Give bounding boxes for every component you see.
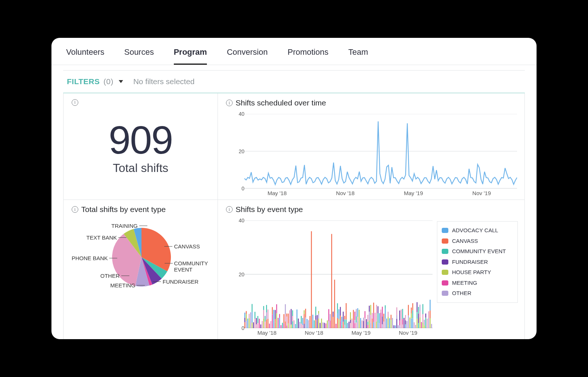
y-tick: 20 xyxy=(239,272,244,277)
svg-rect-129 xyxy=(338,309,339,319)
info-icon[interactable]: i xyxy=(72,206,78,213)
svg-rect-145 xyxy=(349,322,349,328)
svg-rect-93 xyxy=(308,320,309,328)
svg-rect-178 xyxy=(370,315,371,323)
svg-rect-158 xyxy=(356,309,356,316)
svg-rect-167 xyxy=(363,317,364,321)
legend-item[interactable]: FUNDRAISER xyxy=(442,257,513,268)
svg-rect-233 xyxy=(408,319,409,328)
svg-rect-104 xyxy=(317,315,318,321)
svg-rect-119 xyxy=(331,234,332,328)
svg-rect-51 xyxy=(276,313,277,320)
svg-rect-159 xyxy=(357,321,358,328)
svg-rect-80 xyxy=(297,309,297,318)
svg-rect-90 xyxy=(305,317,306,328)
card-total-shifts: i 909 Total shifts xyxy=(64,93,218,200)
svg-rect-130 xyxy=(340,321,341,328)
svg-rect-81 xyxy=(298,319,299,328)
svg-rect-223 xyxy=(401,317,401,328)
info-icon[interactable]: i xyxy=(226,206,233,213)
filters-dropdown[interactable]: FILTERS (0) xyxy=(67,77,123,86)
x-tick: Nov '18 xyxy=(336,190,354,196)
legend-item[interactable]: MEETING xyxy=(442,278,513,288)
svg-rect-20 xyxy=(253,322,254,328)
svg-rect-17 xyxy=(252,323,252,328)
legend-swatch xyxy=(442,259,448,265)
svg-rect-142 xyxy=(346,311,347,320)
svg-rect-239 xyxy=(411,308,412,313)
svg-rect-264 xyxy=(428,311,429,318)
legend-item[interactable]: CANVASS xyxy=(442,236,513,247)
svg-rect-208 xyxy=(388,317,388,325)
info-icon[interactable]: i xyxy=(72,99,78,106)
tab-program[interactable]: Program xyxy=(174,47,207,65)
x-tick: Nov '18 xyxy=(305,330,323,336)
svg-rect-218 xyxy=(397,307,397,315)
svg-rect-232 xyxy=(406,321,407,328)
svg-rect-220 xyxy=(399,326,400,328)
tab-conversion[interactable]: Conversion xyxy=(227,47,268,65)
svg-rect-12 xyxy=(247,319,248,328)
svg-rect-67 xyxy=(288,313,288,323)
svg-rect-33 xyxy=(265,322,265,328)
card-title: Shifts scheduled over time xyxy=(236,98,326,107)
svg-rect-8 xyxy=(244,313,245,318)
svg-rect-216 xyxy=(397,319,397,328)
y-tick: 40 xyxy=(239,218,244,223)
tab-volunteers[interactable]: Volunteers xyxy=(66,47,104,65)
svg-rect-260 xyxy=(425,318,426,328)
svg-rect-187 xyxy=(376,322,377,328)
svg-rect-253 xyxy=(420,305,420,311)
pie-label-meeting: MEETING xyxy=(110,282,145,288)
legend-label: FUNDRAISER xyxy=(452,257,488,268)
svg-rect-36 xyxy=(266,312,267,320)
svg-rect-221 xyxy=(399,320,400,326)
svg-rect-227 xyxy=(402,309,403,319)
svg-rect-44 xyxy=(272,307,273,315)
svg-rect-169 xyxy=(365,311,365,318)
tab-team[interactable]: Team xyxy=(348,47,368,65)
svg-rect-188 xyxy=(376,315,377,322)
svg-rect-235 xyxy=(408,305,409,316)
legend-item[interactable]: OTHER xyxy=(442,288,513,299)
svg-rect-78 xyxy=(295,324,296,328)
svg-rect-157 xyxy=(356,316,356,323)
svg-rect-76 xyxy=(292,310,293,316)
tab-promotions[interactable]: Promotions xyxy=(287,47,328,65)
svg-rect-149 xyxy=(351,322,352,328)
svg-rect-99 xyxy=(314,320,315,328)
svg-rect-72 xyxy=(291,315,291,324)
legend-item[interactable]: ADVOCACY CALL xyxy=(442,225,513,236)
svg-rect-59 xyxy=(283,314,284,323)
svg-rect-170 xyxy=(366,319,367,328)
svg-rect-190 xyxy=(377,323,378,328)
svg-rect-48 xyxy=(275,319,276,322)
svg-rect-160 xyxy=(357,317,358,321)
svg-rect-172 xyxy=(368,322,368,324)
svg-rect-108 xyxy=(320,323,320,328)
svg-rect-258 xyxy=(424,325,424,328)
svg-rect-75 xyxy=(292,316,293,321)
info-icon[interactable]: i xyxy=(226,100,233,106)
svg-rect-94 xyxy=(309,322,310,328)
legend-swatch xyxy=(442,280,448,286)
svg-rect-6 xyxy=(244,322,245,328)
legend-swatch xyxy=(442,249,448,254)
svg-rect-22 xyxy=(255,312,255,319)
svg-rect-123 xyxy=(334,280,335,328)
svg-rect-132 xyxy=(340,307,341,316)
legend-item[interactable]: HOUSE PARTY xyxy=(442,267,513,278)
svg-rect-168 xyxy=(365,318,365,328)
svg-rect-202 xyxy=(383,314,384,322)
svg-rect-131 xyxy=(340,316,341,321)
svg-rect-126 xyxy=(337,313,338,318)
legend: ADVOCACY CALLCANVASSCOMMUNITY EVENTFUNDR… xyxy=(437,221,518,303)
svg-rect-79 xyxy=(297,318,297,328)
pie-label-textbank: TEXT BANK xyxy=(86,234,126,241)
tab-sources[interactable]: Sources xyxy=(124,47,154,65)
svg-rect-151 xyxy=(353,320,354,328)
svg-rect-111 xyxy=(324,323,325,328)
chevron-down-icon xyxy=(119,80,123,83)
svg-rect-43 xyxy=(272,314,273,323)
legend-item[interactable]: COMMUNITY EVENT xyxy=(442,246,513,257)
